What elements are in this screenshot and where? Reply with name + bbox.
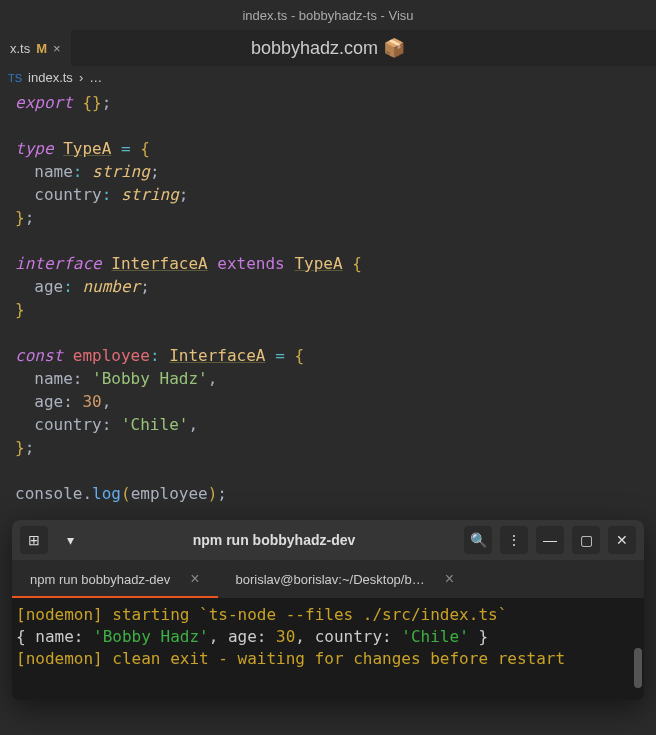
semi: ;	[217, 484, 227, 503]
prop: age	[34, 392, 63, 411]
prop: name	[34, 162, 73, 181]
op: =	[275, 346, 285, 365]
terminal-tab[interactable]: borislav@borislav:~/Desktop/b… ×	[218, 560, 472, 598]
type-name: TypeA	[63, 139, 111, 158]
string: 'Bobby Hadz'	[92, 369, 208, 388]
typescript-icon: TS	[8, 72, 22, 84]
kw-const: const	[15, 346, 63, 365]
term-text: 'Bobby Hadz'	[93, 627, 209, 646]
terminal-tab-label: npm run bobbyhadz-dev	[30, 572, 170, 587]
term-text: `ts-node --files ./src/index.ts`	[199, 605, 507, 624]
term-text: , age:	[209, 627, 276, 646]
brace: }	[15, 208, 25, 227]
breadcrumb[interactable]: TS index.ts › …	[0, 66, 656, 89]
semi: ;	[140, 277, 150, 296]
type: string	[121, 185, 179, 204]
prop: age	[34, 277, 63, 296]
terminal-tab-active[interactable]: npm run bobbyhadz-dev ×	[12, 560, 218, 598]
prop: name	[34, 369, 73, 388]
close-icon[interactable]: ×	[53, 41, 61, 56]
code-editor[interactable]: export {}; type TypeA = { name: string; …	[0, 89, 656, 507]
semi: ;	[25, 438, 35, 457]
term-text: 30	[276, 627, 295, 646]
comma: ,	[188, 415, 198, 434]
prop: country	[34, 415, 101, 434]
op: =	[121, 139, 131, 158]
maximize-button[interactable]: ▢	[572, 526, 600, 554]
number: 30	[82, 392, 101, 411]
colon: :	[102, 185, 112, 204]
colon: :	[150, 346, 160, 365]
semi: ;	[25, 208, 35, 227]
type-name: TypeA	[294, 254, 342, 273]
kw-extends: extends	[217, 254, 284, 273]
term-text: , country:	[295, 627, 401, 646]
search-icon[interactable]: 🔍	[464, 526, 492, 554]
window-title: index.ts - bobbyhadz-ts - Visu	[0, 0, 656, 30]
close-icon[interactable]: ×	[445, 570, 454, 588]
tab-bar: x.ts M × bobbyhadz.com 📦	[0, 30, 656, 66]
minimize-button[interactable]: —	[536, 526, 564, 554]
semi: ;	[150, 162, 160, 181]
close-icon[interactable]: ×	[190, 570, 199, 588]
kw-interface: interface	[15, 254, 102, 273]
brace: }	[15, 300, 25, 319]
braces: {}	[82, 93, 101, 112]
paren: (	[121, 484, 131, 503]
type: number	[82, 277, 140, 296]
breadcrumb-more: …	[89, 70, 102, 85]
comma: ,	[208, 369, 218, 388]
kw-export: export	[15, 93, 73, 112]
colon: :	[73, 162, 83, 181]
colon: :	[63, 277, 73, 296]
brace: }	[15, 438, 25, 457]
terminal-output[interactable]: [nodemon] starting `ts-node --files ./sr…	[12, 598, 644, 700]
arg: employee	[131, 484, 208, 503]
scrollbar[interactable]	[634, 648, 642, 688]
new-tab-button[interactable]: ⊞	[20, 526, 48, 554]
var: employee	[73, 346, 150, 365]
terminal-window: ⊞ ▾ npm run bobbyhadz-dev 🔍 ⋮ — ▢ ✕ npm …	[12, 520, 644, 700]
method: log	[92, 484, 121, 503]
terminal-tab-label: borislav@borislav:~/Desktop/b…	[236, 572, 425, 587]
terminal-tabs: npm run bobbyhadz-dev × borislav@borisla…	[12, 560, 644, 598]
term-text: [nodemon] clean exit - waiting for chang…	[16, 649, 565, 668]
type: string	[92, 162, 150, 181]
terminal-title: npm run bobbyhadz-dev	[92, 532, 456, 548]
close-button[interactable]: ✕	[608, 526, 636, 554]
string: 'Chile'	[121, 415, 188, 434]
brace: {	[294, 346, 304, 365]
dot: .	[82, 484, 92, 503]
brace: {	[352, 254, 362, 273]
dropdown-button[interactable]: ▾	[56, 526, 84, 554]
semi: ;	[102, 93, 112, 112]
watermark: bobbyhadz.com 📦	[251, 37, 405, 59]
prop: country	[34, 185, 101, 204]
tab-modified-indicator: M	[36, 41, 47, 56]
brace: {	[140, 139, 150, 158]
obj: console	[15, 484, 82, 503]
comma: ,	[102, 392, 112, 411]
breadcrumb-sep: ›	[79, 70, 83, 85]
term-text: 'Chile'	[401, 627, 468, 646]
kw-type: type	[15, 139, 54, 158]
term-text: { name:	[16, 627, 93, 646]
type-name: InterfaceA	[111, 254, 207, 273]
terminal-header: ⊞ ▾ npm run bobbyhadz-dev 🔍 ⋮ — ▢ ✕	[12, 520, 644, 560]
type-name: InterfaceA	[169, 346, 265, 365]
tab-filename: x.ts	[10, 41, 30, 56]
term-text: [nodemon] starting	[16, 605, 199, 624]
paren: )	[208, 484, 218, 503]
breadcrumb-file: index.ts	[28, 70, 73, 85]
term-text: }	[469, 627, 488, 646]
semi: ;	[179, 185, 189, 204]
editor-tab[interactable]: x.ts M ×	[0, 30, 71, 66]
menu-icon[interactable]: ⋮	[500, 526, 528, 554]
